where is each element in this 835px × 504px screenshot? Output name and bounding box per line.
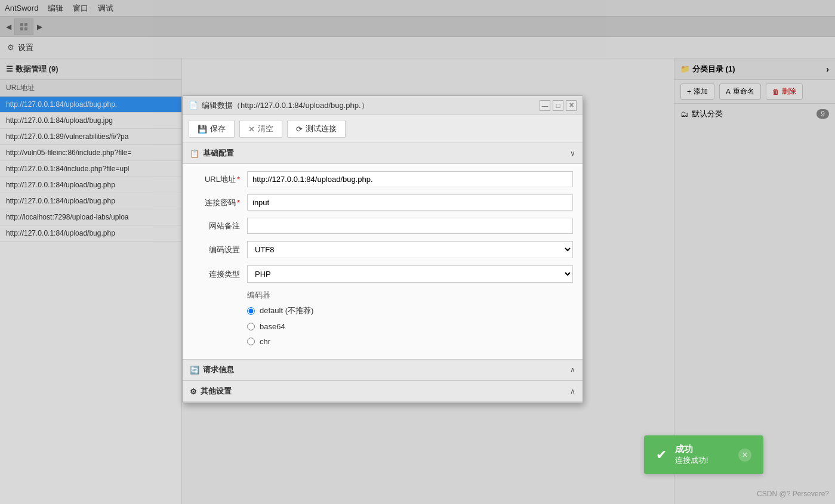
- dialog-titlebar: 📄 编辑数据（http://127.0.0.1:84/upload/bug.ph…: [183, 96, 583, 115]
- basic-config-header[interactable]: 📋 基础配置 ∨: [183, 143, 583, 164]
- dialog-doc-icon: 📄: [189, 101, 198, 110]
- encoder-radio-chr-input[interactable]: [247, 338, 255, 345]
- clear-button[interactable]: ✕ 清空: [239, 120, 282, 138]
- settings-icon: ⚙: [190, 387, 197, 396]
- encoder-radio-chr-label: chr: [260, 337, 270, 346]
- clear-icon: ✕: [248, 125, 255, 134]
- url-input[interactable]: [247, 171, 573, 187]
- encoder-section: 编码器 default (不推荐) base64 chr: [247, 290, 573, 346]
- other-settings-title: ⚙ 其他设置: [190, 386, 232, 397]
- test-connection-button[interactable]: ⟳ 测试连接: [287, 120, 346, 138]
- request-info-section: 🔄 请求信息 ∧: [183, 360, 583, 381]
- toast-close-button[interactable]: ×: [738, 449, 751, 462]
- encoder-radio-base64-label: base64: [260, 322, 285, 331]
- conn-type-select[interactable]: PHP ASP ASPX JSP: [247, 265, 573, 283]
- edit-dialog: 📄 编辑数据（http://127.0.0.1:84/upload/bug.ph…: [182, 95, 583, 403]
- basic-config-arrow: ∨: [570, 149, 575, 157]
- basic-config-section: 📋 基础配置 ∨ URL地址* 连接密码*: [183, 143, 583, 360]
- url-row: URL地址*: [192, 171, 573, 187]
- encoder-radio-default: default (不推荐): [247, 305, 573, 316]
- request-icon: 🔄: [190, 366, 199, 375]
- test-icon: ⟳: [296, 125, 303, 134]
- toast-notification: ✔ 成功 连接成功! ×: [644, 435, 763, 474]
- save-button[interactable]: 💾 保存: [189, 120, 235, 138]
- url-label: URL地址*: [192, 174, 240, 185]
- basic-config-title: 📋 基础配置: [190, 148, 234, 159]
- toast-title: 成功: [675, 444, 708, 455]
- password-label: 连接密码*: [192, 197, 240, 208]
- encoder-radio-base64-input[interactable]: [247, 323, 255, 330]
- dialog-title: 📄 编辑数据（http://127.0.0.1:84/upload/bug.ph…: [189, 100, 369, 111]
- password-input[interactable]: [247, 194, 573, 211]
- dialog-toolbar: 💾 保存 ✕ 清空 ⟳ 测试连接: [183, 115, 583, 143]
- encoding-label: 编码设置: [192, 245, 240, 255]
- dialog-close-button[interactable]: ✕: [566, 100, 577, 111]
- encoder-radio-default-label: default (不推荐): [260, 305, 313, 316]
- encoder-label: 编码器: [247, 290, 573, 301]
- check-icon: ✔: [656, 447, 667, 463]
- encoder-radio-chr: chr: [247, 337, 573, 346]
- request-info-title: 🔄 请求信息: [190, 364, 234, 375]
- dialog-controls: — □ ✕: [540, 100, 577, 111]
- request-info-header[interactable]: 🔄 请求信息 ∧: [183, 360, 583, 381]
- conn-type-row: 连接类型 PHP ASP ASPX JSP: [192, 265, 573, 283]
- conn-type-label: 连接类型: [192, 269, 240, 280]
- toast-message: 连接成功!: [675, 455, 708, 466]
- other-settings-section: ⚙ 其他设置 ∧: [183, 381, 583, 403]
- remark-input[interactable]: [247, 218, 573, 234]
- remark-row: 网站备注: [192, 218, 573, 234]
- save-icon: 💾: [198, 125, 207, 134]
- encoding-select[interactable]: UTF8 GBK Big5: [247, 241, 573, 258]
- request-info-arrow: ∧: [570, 366, 575, 374]
- toast-text: 成功 连接成功!: [675, 444, 708, 466]
- other-settings-header[interactable]: ⚙ 其他设置 ∧: [183, 381, 583, 402]
- dialog-minimize-button[interactable]: —: [540, 100, 550, 111]
- remark-label: 网站备注: [192, 221, 240, 231]
- encoder-radio-base64: base64: [247, 322, 573, 331]
- dialog-restore-button[interactable]: □: [553, 100, 563, 111]
- dialog-body: 📋 基础配置 ∨ URL地址* 连接密码*: [183, 143, 583, 403]
- encoder-radio-default-input[interactable]: [247, 307, 255, 315]
- basic-config-content: URL地址* 连接密码* 网站备注: [183, 164, 583, 359]
- config-icon: 📋: [190, 149, 199, 158]
- encoding-row: 编码设置 UTF8 GBK Big5: [192, 241, 573, 258]
- password-row: 连接密码*: [192, 194, 573, 211]
- other-settings-arrow: ∧: [570, 387, 575, 395]
